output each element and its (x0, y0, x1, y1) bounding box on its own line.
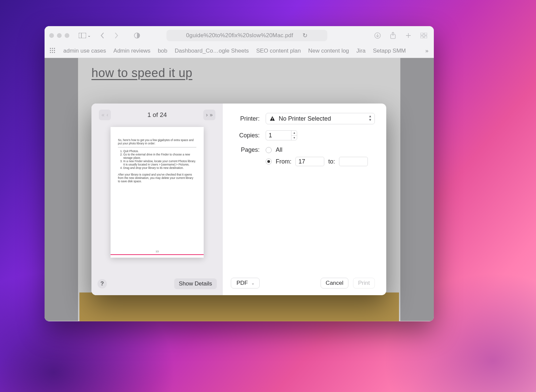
titlebar: ⌄ 0guide%20to%20fix%20slow%20Mac.pdf ↻ (45, 26, 434, 45)
warning-icon (269, 116, 275, 122)
preview-step: Drag and drop your library to its new de… (123, 166, 196, 170)
pages-all-radio[interactable] (266, 147, 272, 153)
preview-prev-buttons[interactable]: «‹ (99, 110, 111, 120)
pdf-menu-button[interactable]: PDF ⌄ (231, 278, 260, 288)
svg-rect-12 (424, 36, 427, 39)
preview-step: Go to the external drive in the Finder t… (123, 153, 196, 159)
page-preview: So, here's how to get you a few gigabyte… (111, 127, 204, 258)
bookmark-item[interactable]: New content log (308, 48, 349, 54)
sidebar-toggle-icon[interactable]: ⌄ (76, 31, 93, 40)
bookmark-item[interactable]: bob (158, 48, 167, 54)
pdf-label: PDF (237, 280, 248, 286)
svg-rect-0 (79, 33, 86, 38)
print-dialog: «‹ 1 of 24 ›» So, here's how to get you … (91, 104, 386, 295)
copies-field[interactable]: 1 ▲▼ (266, 130, 297, 140)
copies-label: Copies: (231, 132, 260, 139)
preview-step: In a new Finder window, locate your curr… (123, 159, 196, 166)
page-content: how to speed it up «‹ 1 of 24 ›» So, her… (45, 58, 434, 321)
preview-page-number: 13 (111, 250, 204, 255)
minimize-dot[interactable] (57, 33, 62, 38)
select-arrows-icon: ▲▼ (368, 114, 372, 122)
preview-steps: Quit Photos. Go to the external drive in… (123, 149, 196, 170)
print-options-pane: Printer: No Printer Selected ▲▼ Copies: … (223, 104, 386, 295)
printer-value: No Printer Selected (279, 115, 331, 122)
svg-rect-14 (272, 120, 273, 120)
bookmark-item[interactable]: Setapp SMM (373, 48, 406, 54)
zoom-dot[interactable] (65, 33, 69, 38)
printer-select[interactable]: No Printer Selected ▲▼ (266, 113, 375, 124)
copies-value: 1 (269, 132, 272, 139)
svg-rect-11 (420, 36, 423, 39)
apps-grid-icon[interactable] (50, 48, 56, 54)
url-text: 0guide%20to%20fix%20slow%20Mac.pdf (186, 32, 293, 39)
bookmarks-overflow-icon[interactable]: » (425, 48, 428, 54)
svg-rect-9 (420, 33, 423, 35)
downloads-icon[interactable] (372, 31, 383, 40)
chevron-down-icon: ⌄ (251, 281, 255, 285)
bookmark-item[interactable]: Jira (356, 48, 365, 54)
pages-all-label: All (276, 146, 282, 153)
tab-overview-icon[interactable] (418, 31, 429, 40)
bookmark-item[interactable]: admin use cases (63, 48, 106, 54)
pages-from-field[interactable]: 17 (295, 157, 324, 166)
preview-step: Quit Photos. (123, 149, 196, 153)
print-button[interactable]: Print (353, 278, 375, 288)
printer-label: Printer: (231, 115, 260, 122)
reload-icon[interactable]: ↻ (303, 32, 308, 39)
bookmark-item[interactable]: Dashboard_Co…ogle Sheets (175, 48, 249, 54)
pages-to-label: to: (328, 158, 335, 165)
pages-label: Pages: (231, 146, 260, 153)
address-bar[interactable]: 0guide%20to%20fix%20slow%20Mac.pdf ↻ (166, 30, 327, 41)
pages-from-label: From: (276, 158, 291, 165)
pages-from-value: 17 (298, 158, 305, 165)
preview-after: After your library is copied and you've … (118, 173, 196, 183)
bookmarks-bar: admin use cases Admin reviews bob Dashbo… (45, 45, 434, 58)
close-dot[interactable] (49, 33, 54, 38)
cancel-button[interactable]: Cancel (321, 278, 348, 288)
svg-rect-10 (424, 33, 427, 35)
copies-stepper[interactable]: ▲▼ (291, 130, 297, 140)
back-icon[interactable] (97, 31, 108, 40)
forward-icon[interactable] (111, 31, 122, 40)
reader-icon[interactable] (132, 31, 142, 40)
show-details-button[interactable]: Show Details (174, 278, 217, 289)
safari-window: ⌄ 0guide%20to%20fix%20slow%20Mac.pdf ↻ a… (45, 26, 434, 321)
preview-intro: So, here's how to get you a few gigabyte… (118, 138, 196, 145)
preview-next-buttons[interactable]: ›» (203, 110, 215, 120)
pages-to-field[interactable] (339, 157, 368, 166)
svg-rect-13 (272, 118, 273, 119)
bookmark-item[interactable]: SEO content plan (256, 48, 301, 54)
bookmark-item[interactable]: Admin reviews (114, 48, 151, 54)
help-button[interactable]: ? (97, 279, 107, 288)
new-tab-icon[interactable] (403, 31, 414, 40)
page-indicator: 1 of 24 (147, 111, 167, 119)
window-controls (49, 33, 69, 38)
print-preview-pane: «‹ 1 of 24 ›» So, here's how to get you … (91, 104, 223, 295)
pages-from-radio[interactable] (266, 158, 272, 165)
share-icon[interactable] (388, 31, 398, 40)
